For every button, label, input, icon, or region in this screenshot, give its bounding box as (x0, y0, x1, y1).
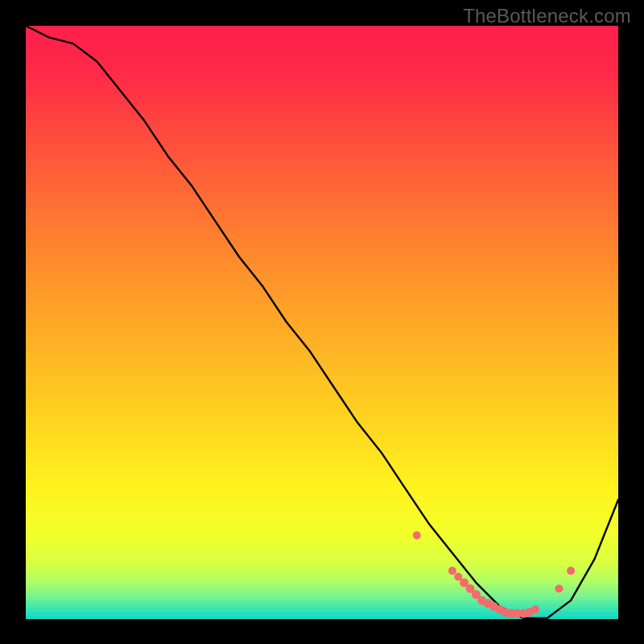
marker-dot (413, 531, 421, 539)
watermark-text: TheBottleneck.com (463, 5, 631, 27)
optimal-range-dots (413, 531, 575, 618)
marker-dot (555, 584, 563, 592)
marker-dot (531, 605, 539, 613)
marker-dot (448, 567, 456, 575)
bottleneck-curve (26, 26, 618, 618)
chart-plot-area (26, 26, 618, 618)
chart-svg (26, 26, 618, 618)
marker-dot (567, 567, 575, 575)
